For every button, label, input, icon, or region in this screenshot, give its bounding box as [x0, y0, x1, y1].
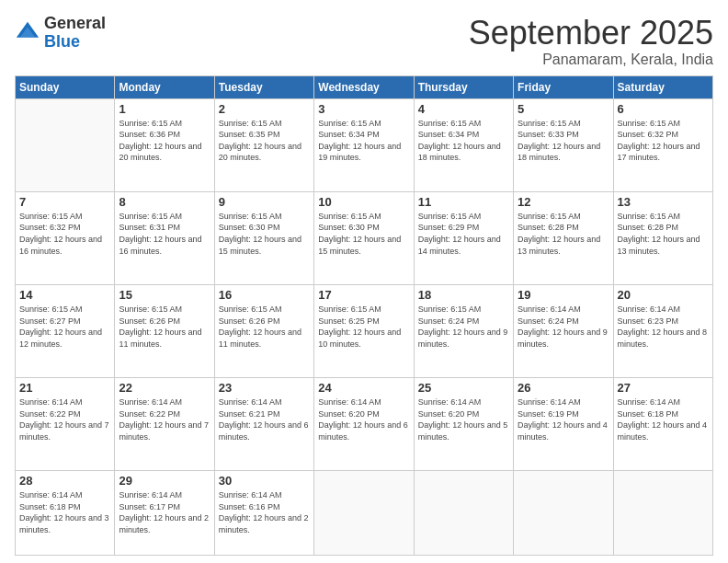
table-row: 15Sunrise: 6:15 AMSunset: 6:26 PMDayligh…: [115, 284, 214, 377]
day-info: Sunrise: 6:14 AMSunset: 6:22 PMDaylight:…: [119, 396, 210, 442]
day-number: 2: [219, 102, 310, 116]
day-info: Sunrise: 6:15 AMSunset: 6:32 PMDaylight:…: [618, 118, 709, 164]
day-info: Sunrise: 6:14 AMSunset: 6:18 PMDaylight:…: [19, 489, 110, 535]
logo-general: General: [44, 15, 106, 33]
day-number: 7: [19, 195, 110, 209]
table-row: 6Sunrise: 6:15 AMSunset: 6:32 PMDaylight…: [613, 98, 712, 191]
day-info: Sunrise: 6:15 AMSunset: 6:24 PMDaylight:…: [418, 304, 509, 350]
day-number: 20: [618, 288, 709, 302]
calendar-table: Sunday Monday Tuesday Wednesday Thursday…: [15, 75, 713, 556]
day-number: 23: [219, 381, 310, 395]
col-friday: Friday: [514, 75, 613, 98]
day-info: Sunrise: 6:15 AMSunset: 6:28 PMDaylight:…: [518, 211, 609, 257]
day-number: 4: [418, 102, 509, 116]
table-row: [414, 471, 513, 556]
day-info: Sunrise: 6:14 AMSunset: 6:17 PMDaylight:…: [119, 489, 210, 535]
table-row: [16, 98, 115, 191]
day-number: 5: [518, 102, 609, 116]
table-row: 16Sunrise: 6:15 AMSunset: 6:26 PMDayligh…: [214, 284, 313, 377]
day-info: Sunrise: 6:14 AMSunset: 6:16 PMDaylight:…: [219, 489, 310, 535]
day-info: Sunrise: 6:15 AMSunset: 6:26 PMDaylight:…: [219, 304, 310, 350]
day-number: 29: [119, 474, 210, 488]
table-row: 12Sunrise: 6:15 AMSunset: 6:28 PMDayligh…: [514, 191, 613, 284]
location-title: Panamaram, Kerala, India: [469, 52, 713, 68]
day-number: 1: [119, 102, 210, 116]
day-number: 9: [219, 195, 310, 209]
table-row: 22Sunrise: 6:14 AMSunset: 6:22 PMDayligh…: [115, 378, 214, 471]
day-number: 26: [518, 381, 609, 395]
header: General Blue September 2025 Panamaram, K…: [15, 15, 713, 68]
day-number: 21: [19, 381, 110, 395]
day-info: Sunrise: 6:15 AMSunset: 6:36 PMDaylight:…: [119, 118, 210, 164]
table-row: 24Sunrise: 6:14 AMSunset: 6:20 PMDayligh…: [314, 378, 414, 471]
col-wednesday: Wednesday: [314, 75, 414, 98]
day-number: 19: [518, 288, 609, 302]
day-number: 17: [318, 288, 409, 302]
table-row: 18Sunrise: 6:15 AMSunset: 6:24 PMDayligh…: [414, 284, 513, 377]
table-row: 3Sunrise: 6:15 AMSunset: 6:34 PMDaylight…: [314, 98, 414, 191]
day-number: 16: [219, 288, 310, 302]
day-info: Sunrise: 6:15 AMSunset: 6:25 PMDaylight:…: [318, 304, 409, 350]
table-row: 30Sunrise: 6:14 AMSunset: 6:16 PMDayligh…: [214, 471, 313, 556]
day-number: 6: [618, 102, 709, 116]
day-info: Sunrise: 6:15 AMSunset: 6:30 PMDaylight:…: [318, 211, 409, 257]
day-info: Sunrise: 6:15 AMSunset: 6:26 PMDaylight:…: [119, 304, 210, 350]
table-row: 4Sunrise: 6:15 AMSunset: 6:34 PMDaylight…: [414, 98, 513, 191]
day-number: 3: [318, 102, 409, 116]
logo-text: General Blue: [44, 15, 106, 52]
day-info: Sunrise: 6:15 AMSunset: 6:35 PMDaylight:…: [219, 118, 310, 164]
table-row: [314, 471, 414, 556]
day-info: Sunrise: 6:14 AMSunset: 6:20 PMDaylight:…: [318, 396, 409, 442]
day-number: 24: [318, 381, 409, 395]
table-row: 26Sunrise: 6:14 AMSunset: 6:19 PMDayligh…: [514, 378, 613, 471]
logo: General Blue: [15, 15, 106, 52]
table-row: 13Sunrise: 6:15 AMSunset: 6:28 PMDayligh…: [613, 191, 712, 284]
day-info: Sunrise: 6:14 AMSunset: 6:22 PMDaylight:…: [19, 396, 110, 442]
day-number: 22: [119, 381, 210, 395]
day-number: 25: [418, 381, 509, 395]
col-tuesday: Tuesday: [214, 75, 313, 98]
day-number: 27: [618, 381, 709, 395]
table-row: 27Sunrise: 6:14 AMSunset: 6:18 PMDayligh…: [613, 378, 712, 471]
table-row: 19Sunrise: 6:14 AMSunset: 6:24 PMDayligh…: [514, 284, 613, 377]
day-info: Sunrise: 6:14 AMSunset: 6:20 PMDaylight:…: [418, 396, 509, 442]
day-info: Sunrise: 6:15 AMSunset: 6:34 PMDaylight:…: [418, 118, 509, 164]
table-row: 25Sunrise: 6:14 AMSunset: 6:20 PMDayligh…: [414, 378, 513, 471]
day-info: Sunrise: 6:15 AMSunset: 6:32 PMDaylight:…: [19, 211, 110, 257]
table-row: 2Sunrise: 6:15 AMSunset: 6:35 PMDaylight…: [214, 98, 313, 191]
day-info: Sunrise: 6:15 AMSunset: 6:31 PMDaylight:…: [119, 211, 210, 257]
page: General Blue September 2025 Panamaram, K…: [0, 0, 728, 563]
table-row: 7Sunrise: 6:15 AMSunset: 6:32 PMDaylight…: [16, 191, 115, 284]
table-row: 11Sunrise: 6:15 AMSunset: 6:29 PMDayligh…: [414, 191, 513, 284]
col-monday: Monday: [115, 75, 214, 98]
title-block: September 2025 Panamaram, Kerala, India: [469, 15, 713, 68]
table-row: 8Sunrise: 6:15 AMSunset: 6:31 PMDaylight…: [115, 191, 214, 284]
day-info: Sunrise: 6:14 AMSunset: 6:18 PMDaylight:…: [618, 396, 709, 442]
logo-icon: [15, 20, 40, 46]
day-number: 15: [119, 288, 210, 302]
day-info: Sunrise: 6:15 AMSunset: 6:27 PMDaylight:…: [19, 304, 110, 350]
table-row: 9Sunrise: 6:15 AMSunset: 6:30 PMDaylight…: [214, 191, 313, 284]
day-info: Sunrise: 6:14 AMSunset: 6:24 PMDaylight:…: [518, 304, 609, 350]
table-row: 29Sunrise: 6:14 AMSunset: 6:17 PMDayligh…: [115, 471, 214, 556]
day-info: Sunrise: 6:15 AMSunset: 6:29 PMDaylight:…: [418, 211, 509, 257]
day-number: 11: [418, 195, 509, 209]
table-row: [514, 471, 613, 556]
table-row: 28Sunrise: 6:14 AMSunset: 6:18 PMDayligh…: [16, 471, 115, 556]
calendar-header-row: Sunday Monday Tuesday Wednesday Thursday…: [16, 75, 713, 98]
day-number: 8: [119, 195, 210, 209]
day-info: Sunrise: 6:14 AMSunset: 6:21 PMDaylight:…: [219, 396, 310, 442]
logo-blue: Blue: [44, 33, 106, 52]
day-number: 13: [618, 195, 709, 209]
table-row: 1Sunrise: 6:15 AMSunset: 6:36 PMDaylight…: [115, 98, 214, 191]
day-number: 10: [318, 195, 409, 209]
col-saturday: Saturday: [613, 75, 712, 98]
table-row: 17Sunrise: 6:15 AMSunset: 6:25 PMDayligh…: [314, 284, 414, 377]
table-row: 10Sunrise: 6:15 AMSunset: 6:30 PMDayligh…: [314, 191, 414, 284]
day-number: 28: [19, 474, 110, 488]
table-row: [613, 471, 712, 556]
day-info: Sunrise: 6:15 AMSunset: 6:34 PMDaylight:…: [318, 118, 409, 164]
month-title: September 2025: [469, 15, 713, 52]
table-row: 5Sunrise: 6:15 AMSunset: 6:33 PMDaylight…: [514, 98, 613, 191]
day-info: Sunrise: 6:14 AMSunset: 6:19 PMDaylight:…: [518, 396, 609, 442]
